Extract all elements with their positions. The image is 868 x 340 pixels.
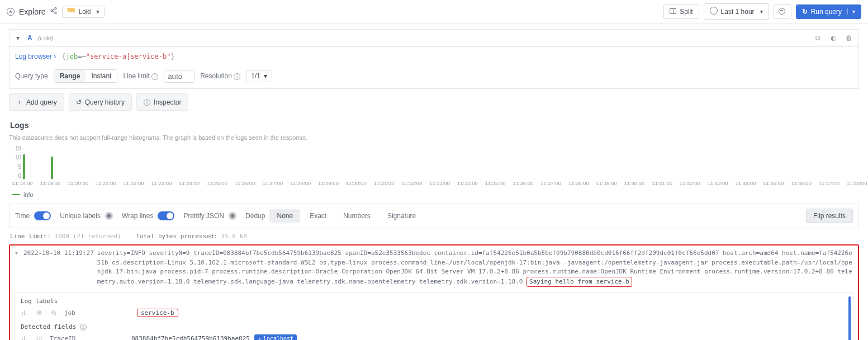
info-icon[interactable]: i — [80, 324, 87, 330]
y-tick: 5 — [10, 164, 21, 170]
prettify-toggle[interactable] — [229, 212, 236, 220]
time-toggle[interactable] — [34, 211, 51, 220]
dedup-option-signature[interactable]: Signature — [380, 209, 423, 223]
svg-point-5 — [39, 338, 40, 339]
x-tick: 11:35:00 — [485, 180, 506, 186]
unique-labels-toggle[interactable] — [105, 212, 113, 220]
x-tick: 11:25:00 — [207, 180, 227, 186]
x-tick: 11:32:00 — [401, 180, 422, 186]
remove-query-icon[interactable]: 🗑 — [844, 34, 854, 42]
detected-fields-heading: Detected fields i — [21, 323, 847, 330]
dedup-option-none[interactable]: None — [269, 209, 300, 223]
run-query-button[interactable]: Run query ▾ — [796, 4, 861, 19]
resolution-value: 1/1 — [251, 72, 260, 80]
x-tick: 11:18:00 — [12, 180, 33, 186]
label-key: job — [64, 309, 131, 317]
log-details-panel: Log labels job service-b Detected fields… — [15, 292, 853, 340]
stats-icon[interactable] — [21, 309, 29, 317]
x-tick: 11:45:00 — [763, 180, 784, 186]
querytype-instant[interactable]: Instant — [86, 70, 117, 82]
y-tick: 15 — [10, 145, 21, 152]
field-key: TraceID — [50, 335, 126, 340]
add-query-button[interactable]: ＋Add query — [9, 93, 64, 111]
inspector-label: Inspector — [154, 98, 181, 106]
wraplines-toggle[interactable] — [158, 211, 174, 220]
duplicate-query-icon[interactable]: ⧉ — [813, 34, 823, 42]
explore-icon — [7, 8, 15, 16]
datasource-picker[interactable]: Loki ▾ — [62, 6, 105, 18]
show-field-icon[interactable] — [35, 335, 43, 341]
stats-icon[interactable] — [21, 335, 29, 341]
dedup-option-exact[interactable]: Exact — [302, 209, 334, 223]
filter-for-icon[interactable] — [35, 309, 43, 317]
x-tick: 11:47:00 — [819, 180, 839, 186]
linelimit-input[interactable] — [164, 70, 195, 83]
wraplines-label: Wrap lines — [122, 212, 153, 220]
toggle-query-icon[interactable]: ◐ — [828, 34, 838, 42]
collapse-query-button[interactable]: ▾ — [14, 33, 22, 43]
x-tick: 11:44:00 — [735, 180, 756, 186]
x-tick: 11:37:00 — [540, 180, 561, 186]
x-tick: 11:30:00 — [346, 180, 367, 186]
x-tick: 11:33:00 — [429, 180, 450, 186]
info-icon: i — [234, 73, 240, 80]
legend-label: info — [23, 191, 34, 198]
zoom-out-button[interactable] — [774, 4, 791, 19]
dedup-label: Dedup — [245, 212, 265, 220]
x-tick: 11:48:00 — [847, 180, 867, 186]
chevron-down-icon: ▾ — [264, 72, 267, 80]
info-icon: i — [144, 99, 150, 106]
field-value: 083884bf7be5cdb564759b6139bae825 localho… — [131, 334, 847, 340]
chevron-down-icon: ▾ — [760, 8, 763, 15]
x-tick: 11:29:00 — [318, 180, 339, 186]
page-title: Explore — [19, 7, 45, 16]
log-browser-link[interactable]: Log browser › — [15, 53, 56, 60]
histogram-bar[interactable] — [51, 157, 53, 179]
share-icon[interactable] — [50, 7, 58, 16]
dedup-option-numbers[interactable]: Numbers — [336, 209, 378, 223]
logs-toolbar: Time Unique labels Wrap lines Prettify J… — [9, 204, 859, 228]
clock-icon — [710, 7, 718, 16]
x-tick: 11:22:00 — [124, 180, 144, 186]
querytype-range[interactable]: Range — [54, 70, 86, 82]
log-message[interactable]: severity=INFO severityN=9 traceID=083884… — [97, 249, 853, 287]
time-toggle-label: Time — [15, 212, 30, 220]
x-tick: 11:36:00 — [513, 180, 533, 186]
querytype-switch[interactable]: Range Instant — [54, 69, 118, 83]
svg-point-0 — [55, 7, 57, 9]
inspector-button[interactable]: iInspector — [136, 93, 188, 111]
y-tick: 0 — [10, 173, 21, 179]
logql-input[interactable]: {job=~"service-a|service-b"} — [60, 50, 853, 63]
collapse-log-button[interactable]: ▾ — [15, 249, 20, 258]
chevron-down-icon: ▾ — [96, 8, 99, 16]
log-labels-heading: Log labels — [21, 298, 847, 305]
query-ref-id: A — [27, 34, 32, 42]
split-button[interactable]: Split — [663, 4, 699, 19]
timerange-picker[interactable]: Last 1 hour ▾ — [704, 3, 769, 20]
histogram-bar[interactable] — [23, 154, 25, 179]
legend-color-swatch — [12, 194, 20, 195]
refresh-icon — [802, 8, 808, 16]
info-icon: i — [151, 73, 158, 80]
detected-field-row: TraceID083884bf7be5cdb564759b6139bae825 … — [21, 333, 847, 340]
trace-link[interactable]: localhost — [254, 334, 297, 340]
plus-icon: ＋ — [16, 97, 23, 107]
chevron-down-icon: ▾ — [847, 8, 855, 15]
flip-results-button[interactable]: Flip results — [806, 209, 853, 223]
querytype-label: Query type — [15, 72, 48, 80]
linelimit-label: Line limit i — [123, 72, 158, 80]
filter-out-icon[interactable] — [50, 309, 58, 317]
query-history-button[interactable]: ↺Query history — [69, 93, 132, 111]
x-tick: 11:21:00 — [96, 180, 116, 186]
x-tick: 11:41:00 — [652, 180, 672, 186]
y-tick: 10 — [10, 154, 21, 160]
log-row-expanded: ▾ 2022-10-10 11:19:27 severity=INFO seve… — [9, 244, 859, 340]
label-value-job[interactable]: service-b — [137, 309, 178, 317]
x-tick: 11:34:00 — [457, 180, 478, 186]
logs-histogram[interactable]: 151050 11:18:0011:19:0011:20:0011:21:001… — [22, 145, 857, 188]
x-tick: 11:38:00 — [568, 180, 589, 186]
query-editor-panel: ▾ A (Loki) ⧉ ◐ 🗑 Log browser › {job=~"se… — [9, 29, 859, 89]
x-tick: 11:28:00 — [290, 180, 311, 186]
resolution-select[interactable]: 1/1 ▾ — [246, 70, 272, 82]
history-icon: ↺ — [76, 98, 82, 106]
